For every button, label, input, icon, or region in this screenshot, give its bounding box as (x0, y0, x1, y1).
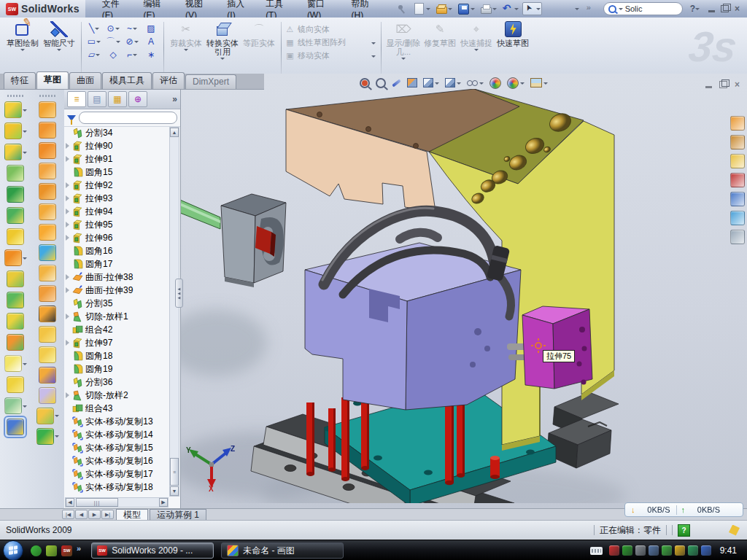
dropdown-caret-icon[interactable] (184, 49, 188, 53)
dropdown-caret-icon[interactable] (474, 49, 479, 53)
tree-item-实体-移动/复制15[interactable]: 实体-移动/复制15 (66, 441, 169, 454)
appearances-scenes-icon[interactable] (730, 211, 745, 225)
pin-icon[interactable] (396, 3, 408, 15)
move-body-icon[interactable] (7, 334, 24, 351)
tree-item-分割34[interactable]: 分割34 (66, 126, 169, 139)
close-button[interactable]: × (735, 4, 740, 13)
start-button[interactable] (3, 540, 23, 560)
search-icon[interactable] (730, 173, 745, 187)
offset-surface-icon[interactable] (39, 203, 56, 220)
featuremanager-design-tree-tab[interactable]: ≡ (67, 91, 86, 107)
dropdown-caret-icon[interactable] (536, 8, 541, 12)
tree-item-圆角15[interactable]: 圆角15 (66, 166, 169, 179)
dimxpertmanager-tab[interactable]: ⊕ (128, 91, 147, 107)
file-explorer-icon[interactable] (730, 154, 745, 168)
delete-face-icon[interactable] (39, 306, 56, 322)
untrim-surface-icon[interactable] (39, 346, 56, 363)
dropdown-caret-icon[interactable] (23, 363, 27, 368)
knit-surface-icon[interactable] (39, 265, 56, 281)
tray-icon-6[interactable] (675, 545, 685, 556)
tree-item-分割35[interactable]: 分割35 (66, 297, 169, 310)
dropdown-caret-icon[interactable] (520, 82, 525, 87)
tree-item-拉伸93[interactable]: 拉伸93 (66, 192, 169, 205)
search-dropdown-icon[interactable] (619, 8, 623, 12)
ellipse-tool[interactable]: ⊘ (123, 36, 141, 47)
tab-DimXpert[interactable]: DimXpert (185, 74, 236, 89)
expand-arrow-icon[interactable] (66, 209, 72, 214)
linear-pattern-icon[interactable] (4, 249, 22, 266)
tray-icon-3[interactable] (635, 545, 646, 556)
dropdown-caret-icon[interactable] (23, 152, 27, 156)
tree-item-实体-移动/复制18[interactable]: 实体-移动/复制18 (66, 481, 169, 494)
dropdown-caret-icon[interactable] (514, 8, 519, 12)
new-document-icon[interactable] (414, 3, 424, 15)
spline-tool[interactable]: ~ (123, 23, 141, 34)
options-list-icon[interactable] (562, 3, 574, 15)
filter-input[interactable] (79, 112, 177, 124)
undo-icon[interactable] (502, 3, 514, 15)
dropdown-caret-icon[interactable] (471, 8, 475, 12)
expand-arrow-icon[interactable] (66, 143, 72, 149)
tree-item-曲面-拉伸39[interactable]: 曲面-拉伸39 (66, 284, 169, 297)
section-view-icon[interactable] (405, 75, 419, 90)
overflow-icon[interactable] (584, 3, 596, 15)
point-tool[interactable]: ∗ (142, 49, 160, 61)
tree-item-拉伸95[interactable]: 拉伸95 (66, 218, 169, 231)
tree-item-拉伸94[interactable]: 拉伸94 (66, 205, 169, 218)
hide-show-items-icon[interactable] (465, 75, 486, 90)
zoom-to-fit-icon[interactable] (357, 75, 372, 90)
tab-模具工具[interactable]: 模具工具 (102, 72, 152, 89)
zoom-to-area-icon[interactable] (374, 75, 388, 90)
dropdown-caret-icon[interactable] (371, 55, 376, 60)
trim-surface-icon[interactable] (39, 387, 56, 404)
flex-icon[interactable] (39, 285, 56, 302)
dropdown-caret-icon[interactable] (55, 415, 59, 419)
help-button[interactable]: ? (690, 4, 695, 14)
dropdown-caret-icon[interactable] (448, 8, 452, 12)
taskbar-button-SolidWorks 2009 - ...[interactable]: SWSolidWorks 2009 - ... (91, 542, 214, 559)
dropdown-caret-icon[interactable] (116, 41, 120, 45)
dropdown-caret-icon[interactable] (426, 8, 430, 12)
tree-item-分割36[interactable]: 分割36 (66, 376, 169, 389)
extruded-cut-icon[interactable] (4, 122, 22, 139)
expand-arrow-icon[interactable] (66, 392, 72, 398)
minimize-button[interactable] (708, 10, 715, 12)
dropdown-caret-icon[interactable] (134, 41, 139, 45)
tree-item-拉伸91[interactable]: 拉伸91 (66, 152, 169, 166)
tray-icon-7[interactable] (688, 545, 698, 556)
rib-icon[interactable] (7, 165, 24, 182)
dropdown-caret-icon[interactable] (220, 58, 225, 62)
quick-tips-icon[interactable]: ? (678, 524, 690, 537)
doc-tab-模型[interactable]: 模型 (116, 509, 148, 520)
expand-arrow-icon[interactable] (66, 182, 72, 188)
slot-tool[interactable]: ▱ (85, 49, 103, 61)
thicken-icon[interactable] (36, 408, 54, 424)
quick-launch-1-icon[interactable] (31, 545, 42, 556)
doc-nav-prev[interactable]: ◀ (75, 510, 88, 519)
expand-arrow-icon[interactable] (66, 222, 72, 228)
expand-arrow-icon[interactable] (66, 156, 72, 162)
apply-scene-icon[interactable] (505, 75, 527, 90)
tray-icon-2[interactable] (622, 545, 632, 556)
curve-icon[interactable] (4, 397, 22, 414)
cm-button-转换实体引用[interactable]: 转换实体引用 (204, 20, 241, 74)
doc-nav-last[interactable]: ▶| (101, 510, 114, 519)
custom-properties-icon[interactable] (730, 230, 745, 244)
clamp-block[interactable] (221, 194, 286, 287)
planar-surface-icon[interactable] (39, 224, 56, 241)
search-input[interactable]: Solic (625, 4, 643, 13)
doc-close-button[interactable]: × (735, 80, 740, 89)
tree-item-圆角19[interactable]: 圆角19 (66, 362, 169, 376)
cm-button-草图绘制[interactable]: 草图绘制 (4, 20, 41, 74)
dropdown-caret-icon[interactable] (23, 257, 27, 262)
dropdown-caret-icon[interactable] (133, 28, 137, 32)
quick-launch-2-icon[interactable] (46, 545, 57, 556)
dropdown-caret-icon[interactable] (57, 49, 61, 53)
open-icon[interactable] (436, 3, 447, 15)
tray-icon-5[interactable] (662, 545, 672, 556)
tree-vertical-scrollbar[interactable]: ▲ ≡ ▼ (169, 127, 179, 497)
tree-item-曲面-拉伸38[interactable]: 曲面-拉伸38 (66, 271, 169, 284)
taskbar-clock[interactable]: 9:41 (720, 545, 737, 556)
tray-icon-1[interactable] (609, 545, 619, 556)
combine-bodies-icon[interactable] (7, 292, 24, 308)
